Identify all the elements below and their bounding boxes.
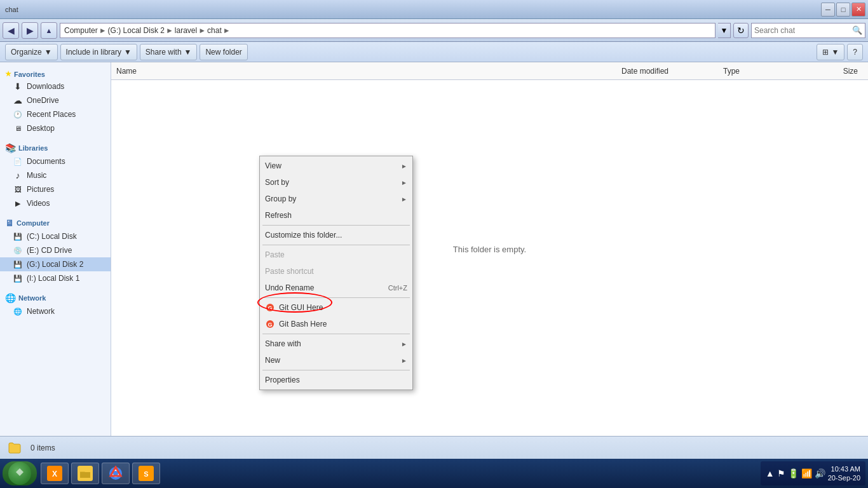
taskbar-app-sublime[interactable]: S [132,463,160,484]
taskbar-app-xampp[interactable]: X [41,463,69,484]
start-button[interactable] [3,461,37,485]
status-count: 0 items [31,444,55,452]
sidebar-item-recent-places[interactable]: 🕐 Recent Places [0,107,111,121]
documents-icon: 📄 [13,156,23,166]
refresh-button[interactable]: ↻ [733,23,749,38]
menu-item-paste: Paste [260,247,412,263]
back-button[interactable]: ◀ [3,22,19,39]
tray-flag-icon: ⚑ [777,468,785,478]
new-folder-button[interactable]: New folder [200,44,247,60]
search-input[interactable] [754,26,852,35]
breadcrumb-chat[interactable]: chat [207,26,222,35]
menu-item-customize[interactable]: Customize this folder... [260,227,412,243]
column-type[interactable]: Type [723,67,799,76]
context-menu: View ► Sort by ► Group by ► Refresh Cust… [259,156,413,390]
close-button[interactable]: ✕ [851,3,865,17]
submenu-arrow-icon: ► [401,163,407,170]
search-icon: 🔍 [852,25,862,35]
svg-text:X: X [52,470,57,478]
submenu-arrow-icon: ► [401,196,407,203]
status-bar: 0 items [0,436,868,459]
sidebar-item-desktop[interactable]: 🖥 Desktop [0,121,111,135]
git-gui-icon: G [265,302,275,313]
sidebar-item-downloads[interactable]: ⬇ Downloads [0,79,111,93]
sidebar-item-videos[interactable]: ▶ Videos [0,196,111,210]
title-buttons: ─ □ ✕ [821,3,865,17]
g-drive-icon: 💾 [13,259,23,269]
sidebar-item-pictures[interactable]: 🖼 Pictures [0,182,111,196]
minimize-button[interactable]: ─ [821,3,835,17]
sidebar-item-i-drive[interactable]: 💾 (I:) Local Disk 1 [0,271,111,285]
menu-separator [262,370,410,370]
sidebar-item-onedrive[interactable]: ☁ OneDrive [0,93,111,107]
content-header: Name Date modified Type Size [111,62,868,80]
tray-battery-icon: 🔋 [788,468,799,478]
sidebar-item-documents[interactable]: 📄 Documents [0,154,111,168]
svg-text:G: G [268,305,272,311]
views-button[interactable]: ⊞ ▼ [817,44,844,60]
submenu-arrow-icon: ► [401,179,407,186]
maximize-button[interactable]: □ [836,3,850,17]
menu-item-git-bash[interactable]: G Git Bash Here [260,316,412,332]
empty-message: This folder is empty. [453,245,526,254]
menu-item-new[interactable]: New ► [260,352,412,369]
submenu-arrow-icon: ► [401,341,407,348]
address-dropdown[interactable]: ▼ [718,23,731,38]
menu-item-sort-by[interactable]: Sort by ► [260,174,412,191]
tray-network-icon: ▲ [766,468,775,478]
system-tray: ▲ ⚑ 🔋 📶 🔊 10:43 AM 20-Sep-20 [761,461,865,485]
sidebar-item-network[interactable]: 🌐 Network [0,304,111,318]
sidebar-item-g-drive[interactable]: 💾 (G:) Local Disk 2 [0,257,111,271]
menu-separator [262,334,410,334]
music-icon: ♪ [13,170,23,180]
toolbar: Organize ▼ Include in library ▼ Share wi… [0,42,868,62]
help-button[interactable]: ? [847,44,863,60]
sidebar: ★ Favorites ⬇ Downloads ☁ OneDrive 🕐 Rec… [0,62,111,436]
desktop-icon: 🖥 [13,123,23,133]
main-layout: ★ Favorites ⬇ Downloads ☁ OneDrive 🕐 Rec… [0,62,868,436]
menu-separator [262,225,410,226]
submenu-arrow-icon: ► [401,357,407,364]
title-bar-text: chat [3,6,821,13]
menu-item-properties[interactable]: Properties [260,372,412,388]
menu-item-paste-shortcut: Paste shortcut [260,263,412,280]
menu-separator [262,297,410,298]
address-path[interactable]: Computer ► (G:) Local Disk 2 ► laravel ►… [60,23,715,38]
onedrive-icon: ☁ [13,95,23,105]
taskbar: X S ▲ ⚑ 🔋 📶 🔊 10:43 AM 20-Sep-20 [0,459,868,488]
c-drive-icon: 💾 [13,231,23,241]
sidebar-item-music[interactable]: ♪ Music [0,168,111,182]
breadcrumb-computer[interactable]: Computer [64,26,98,35]
organize-button[interactable]: Organize ▼ [5,44,58,60]
sidebar-item-e-drive[interactable]: 💿 (E:) CD Drive [0,243,111,257]
tray-volume-icon: 🔊 [815,468,825,478]
menu-item-share-with[interactable]: Share with ► [260,336,412,352]
column-date[interactable]: Date modified [621,67,723,76]
column-name[interactable]: Name [116,67,621,76]
svg-text:S: S [144,470,148,478]
forward-button[interactable]: ▶ [22,22,38,39]
menu-item-refresh[interactable]: Refresh [260,207,412,224]
breadcrumb-localdisk2[interactable]: (G:) Local Disk 2 [108,26,165,35]
favorites-section: ★ Favorites [0,67,111,79]
include-in-library-button[interactable]: Include in library ▼ [60,44,137,60]
breadcrumb-laravel[interactable]: laravel [175,26,197,35]
column-size[interactable]: Size [799,67,863,76]
share-with-button[interactable]: Share with ▼ [140,44,198,60]
menu-item-view[interactable]: View ► [260,158,412,174]
taskbar-app-chrome[interactable] [102,463,130,484]
search-box[interactable]: 🔍 [751,23,865,38]
clock-date: 20-Sep-20 [828,473,860,482]
i-drive-icon: 💾 [13,273,23,283]
taskbar-app-explorer[interactable] [71,463,99,484]
up-button[interactable]: ▲ [41,22,57,39]
menu-item-group-by[interactable]: Group by ► [260,191,412,207]
computer-icon: 🖥 [5,218,14,228]
favorites-star-icon: ★ [5,70,11,78]
menu-item-undo-rename[interactable]: Undo Rename Ctrl+Z [260,280,412,296]
libraries-section: 📚 Libraries [0,140,111,154]
clock[interactable]: 10:43 AM 20-Sep-20 [828,464,860,483]
menu-item-git-gui[interactable]: G Git GUI Here [260,299,412,316]
sidebar-item-c-drive[interactable]: 💾 (C:) Local Disk [0,229,111,243]
network-icon: 🌐 [5,293,16,303]
